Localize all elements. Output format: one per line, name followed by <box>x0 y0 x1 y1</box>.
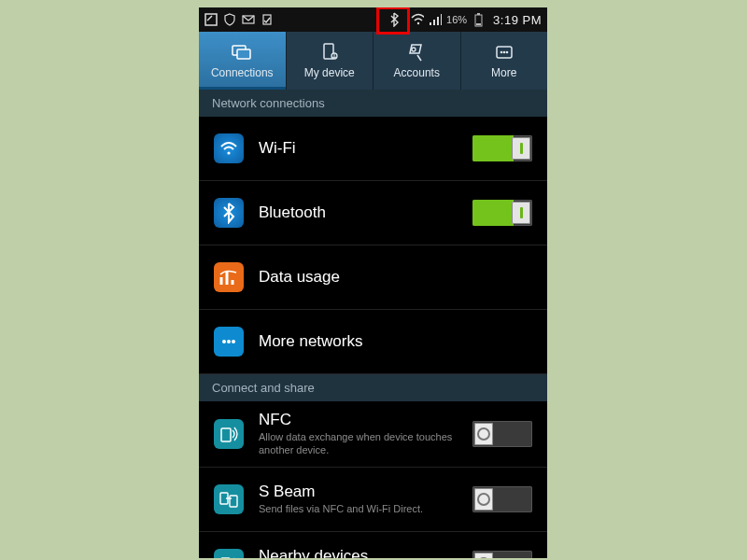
section-header-network: Network connections <box>199 90 547 117</box>
row-title: More networks <box>259 332 532 351</box>
nearby-icon <box>214 549 244 559</box>
status-bar: 16% 3:19 PM <box>199 7 547 32</box>
battery-percent: 16% <box>446 14 467 25</box>
svg-rect-2 <box>263 15 271 24</box>
row-more-networks[interactable]: More networks <box>199 310 547 374</box>
battery-icon <box>472 13 485 26</box>
row-nearby[interactable]: Nearby devices Share your media files wi… <box>199 532 547 559</box>
row-title: Wi-Fi <box>259 139 472 158</box>
shield-icon <box>223 13 236 26</box>
bluetooth-toggle[interactable] <box>472 200 532 226</box>
wifi-status-icon <box>411 13 424 26</box>
status-left <box>204 13 274 26</box>
svg-point-15 <box>505 51 508 54</box>
bluetooth-status-icon <box>388 13 401 26</box>
svg-point-3 <box>417 22 419 24</box>
row-wifi[interactable]: Wi-Fi <box>199 117 547 181</box>
row-title: Bluetooth <box>259 203 472 222</box>
svg-point-18 <box>227 340 231 343</box>
phone-frame: 16% 3:19 PM Connections My device Accou <box>199 7 547 558</box>
row-sbeam[interactable]: S Beam Send files via NFC and Wi-Fi Dire… <box>199 468 547 532</box>
row-data-usage[interactable]: Data usage <box>199 245 547 310</box>
more-networks-icon <box>214 327 244 357</box>
svg-point-16 <box>227 151 230 154</box>
nearby-toggle[interactable] <box>472 551 532 559</box>
section-header-share: Connect and share <box>199 374 547 401</box>
tab-label: Connections <box>211 66 274 79</box>
svg-rect-20 <box>221 428 231 441</box>
row-title: S Beam <box>259 483 472 501</box>
mail-icon <box>242 13 255 26</box>
nfc-toggle[interactable] <box>472 421 532 447</box>
row-nfc[interactable]: NFC Allow data exchange when device touc… <box>199 401 547 468</box>
data-usage-icon <box>214 262 244 292</box>
svg-point-14 <box>502 51 505 54</box>
my-device-icon <box>317 42 342 63</box>
wifi-toggle[interactable] <box>472 135 532 161</box>
tab-my-device[interactable]: My device <box>287 32 374 90</box>
svg-point-19 <box>232 340 235 343</box>
screenshot-icon <box>204 13 218 26</box>
tab-label: Accounts <box>394 66 440 79</box>
nfc-icon <box>214 419 244 449</box>
row-title: NFC <box>259 411 472 429</box>
status-right: 16% 3:19 PM <box>388 13 542 27</box>
svg-point-13 <box>500 51 502 54</box>
row-bluetooth[interactable]: Bluetooth <box>199 181 547 245</box>
row-subtitle: Allow data exchange when device touches … <box>259 431 472 457</box>
svg-point-11 <box>412 48 416 51</box>
tab-label: More <box>491 66 516 79</box>
more-icon <box>492 42 516 63</box>
share-list: NFC Allow data exchange when device touc… <box>199 401 547 558</box>
settings-tabs: Connections My device Accounts More <box>199 32 547 90</box>
sbeam-icon <box>214 484 244 514</box>
svg-rect-22 <box>230 496 237 507</box>
svg-point-17 <box>222 340 226 343</box>
tab-label: My device <box>304 66 355 79</box>
network-list: Wi-Fi Bluetooth Data usage More networks <box>199 117 547 374</box>
svg-rect-5 <box>477 13 480 15</box>
row-title: Data usage <box>259 268 532 287</box>
clock: 3:19 PM <box>493 13 542 27</box>
svg-rect-23 <box>221 558 230 559</box>
bluetooth-icon <box>214 198 244 228</box>
tab-accounts[interactable]: Accounts <box>374 32 461 90</box>
tab-connections[interactable]: Connections <box>199 32 287 90</box>
clipboard-icon <box>261 13 274 26</box>
svg-rect-0 <box>205 14 217 25</box>
svg-rect-8 <box>237 49 250 59</box>
svg-rect-6 <box>476 23 481 25</box>
accounts-icon <box>404 42 429 63</box>
tab-more[interactable]: More <box>461 32 548 90</box>
connections-icon <box>230 42 254 63</box>
row-title: Nearby devices <box>259 547 472 558</box>
wifi-icon <box>214 133 244 163</box>
sbeam-toggle[interactable] <box>472 486 532 512</box>
row-subtitle: Send files via NFC and Wi-Fi Direct. <box>259 503 472 516</box>
signal-icon <box>429 13 442 26</box>
